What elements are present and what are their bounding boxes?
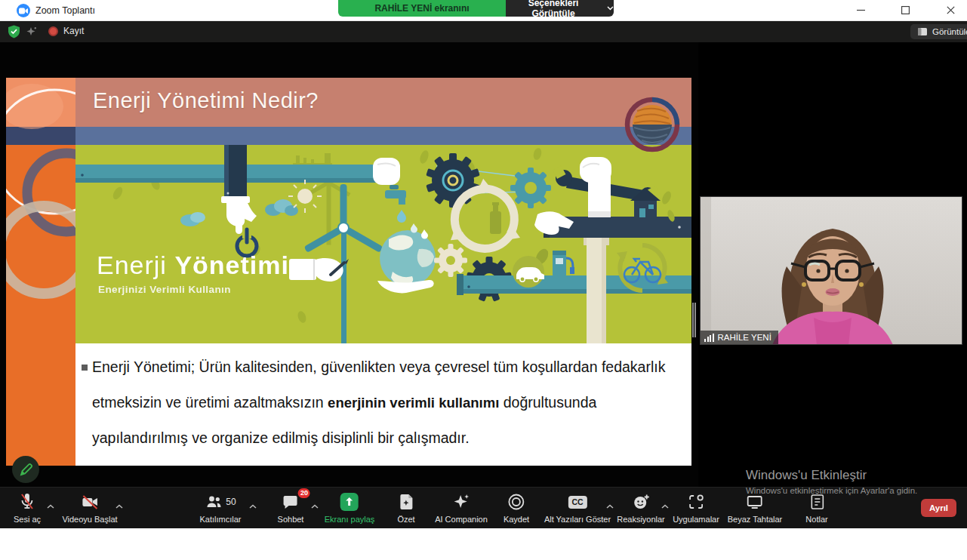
pencil-icon — [19, 463, 33, 477]
hero-title-light: Enerji — [97, 251, 174, 279]
participants-count: 50 — [226, 497, 236, 507]
participant-name: RAHİLE YENİ — [718, 333, 771, 342]
start-video-label: Videoyu Başlat — [62, 515, 117, 524]
reactions-label: Reaksiyonlar — [617, 515, 665, 524]
panel-resize-handle[interactable] — [692, 303, 696, 337]
chat-unread-badge: 20 — [298, 488, 310, 498]
ai-sparkle-icon[interactable] — [26, 26, 38, 41]
record-button[interactable]: Kaydet — [504, 492, 529, 524]
hero-title-bold: Yönetimi — [174, 251, 289, 279]
screen-share-banner: RAHİLE YENİ ekranını görüntülüyorsunuz — [338, 0, 506, 17]
notes-icon — [808, 493, 825, 511]
view-options-label: Seçenekleri Görüntüle — [506, 0, 601, 19]
participants-button[interactable]: 50 Katılımcılar — [199, 492, 241, 524]
notes-button[interactable]: Notlar — [805, 492, 827, 524]
summary-button[interactable]: Özet — [397, 492, 414, 524]
chat-button[interactable]: 20 Sohbet — [278, 492, 304, 524]
whiteboards-button[interactable]: Beyaz Tahtalar — [728, 492, 783, 524]
slide-hero-subtitle: Enerjinizi Verimli Kullanın — [98, 284, 231, 295]
chevron-down-icon — [607, 6, 614, 11]
close-icon — [947, 6, 955, 14]
meeting-content: Enerji Yönetimi Nedir? — [0, 42, 967, 487]
slide-blue-band — [75, 127, 691, 145]
shared-screen-stage: Enerji Yönetimi Nedir? — [0, 42, 698, 487]
window-title: Zoom Toplantı — [35, 5, 95, 16]
reactions-icon — [632, 493, 650, 511]
whiteboards-label: Beyaz Tahtalar — [728, 515, 783, 524]
layout-icon — [917, 27, 928, 36]
zoom-window: Zoom Toplantı RAHİLE YENİ ekranını görün… — [0, 0, 967, 528]
minimize-button[interactable] — [843, 0, 878, 20]
camera-off-icon — [80, 493, 100, 511]
ai-companion-icon — [452, 493, 470, 511]
ai-companion-button[interactable]: AI Companion — [435, 492, 488, 524]
slide-illustration-area: Enerji Yönetimi Enerjinizi Verimli Kulla… — [75, 145, 691, 343]
slide-hero-title: Enerji Yönetimi — [97, 251, 289, 280]
slide-left-sidebar — [6, 78, 75, 466]
view-options-button[interactable]: Seçenekleri Görüntüle — [506, 0, 614, 17]
security-shield-icon[interactable] — [8, 25, 20, 42]
whiteboard-icon — [746, 493, 764, 511]
zoom-logo-icon — [17, 4, 30, 17]
reactions-chevron[interactable] — [661, 498, 669, 512]
participants-icon — [205, 493, 223, 511]
record-label: Kaydet — [504, 515, 529, 524]
view-layout-button[interactable]: Görüntüle — [910, 24, 967, 39]
slide-body-text: Enerji Yönetimi; Ürün kalitesinden, güve… — [92, 349, 679, 456]
unmute-button[interactable]: Sesi aç — [14, 492, 41, 524]
apps-label: Uygulamalar — [673, 515, 719, 524]
summary-doc-icon — [398, 493, 414, 511]
meeting-info-bar: Kayıt Görüntüle — [0, 21, 967, 42]
slide-illustration — [75, 145, 691, 343]
bullet-square — [82, 365, 88, 371]
body-bold: enerjinin verimli kullanımı — [328, 395, 499, 411]
start-video-button[interactable]: Videoyu Başlat — [62, 492, 117, 524]
leave-button[interactable]: Ayrıl — [921, 499, 956, 517]
chat-icon — [282, 493, 300, 511]
participant-video-tile[interactable]: RAHİLE YENİ — [700, 196, 962, 345]
participants-chevron[interactable] — [249, 498, 257, 512]
window-titlebar: Zoom Toplantı RAHİLE YENİ ekranını görün… — [0, 0, 967, 21]
record-icon — [507, 493, 525, 511]
share-screen-button[interactable]: Ekranı paylaş — [325, 492, 375, 524]
maximize-button[interactable] — [888, 0, 922, 20]
screenshot-root: Zoom Toplantı RAHİLE YENİ ekranını görün… — [0, 0, 967, 560]
captions-label: Alt Yazıları Göster — [544, 515, 611, 524]
presentation-slide: Enerji Yönetimi Nedir? — [6, 78, 691, 466]
video-options-chevron[interactable] — [115, 498, 123, 512]
share-screen-label: Ekranı paylaş — [325, 515, 375, 524]
planet-artwork-icon — [622, 94, 682, 155]
summary-label: Özet — [397, 515, 414, 524]
sidebar-circle-decorations — [6, 78, 75, 466]
ai-companion-label: AI Companion — [435, 515, 488, 524]
record-dot-icon — [48, 26, 58, 36]
participant-portrait — [701, 197, 962, 345]
captions-chevron[interactable] — [606, 498, 614, 512]
chat-label: Sohbet — [278, 515, 304, 524]
recording-indicator[interactable]: Kayıt — [48, 26, 84, 36]
video-panel: RAHİLE YENİ — [698, 42, 967, 487]
maximize-icon — [901, 6, 910, 14]
close-button[interactable] — [933, 0, 967, 20]
audio-options-chevron[interactable] — [47, 498, 54, 512]
annotate-button[interactable] — [12, 456, 39, 483]
chat-chevron[interactable] — [311, 498, 319, 512]
unmute-label: Sesi aç — [14, 515, 41, 524]
recording-label: Kayıt — [63, 26, 84, 36]
apps-icon — [687, 493, 705, 511]
audio-level-icon — [704, 334, 714, 342]
reactions-button[interactable]: Reaksiyonlar — [617, 492, 665, 524]
slide-title-band: Enerji Yönetimi Nedir? — [75, 78, 691, 127]
participants-label: Katılımcılar — [199, 515, 241, 524]
slide-body-area: Enerji Yönetimi; Ürün kalitesinden, güve… — [75, 343, 691, 466]
share-screen-icon — [340, 493, 359, 511]
meeting-toolbar: Sesi aç Videoyu Başlat 50 Katılımcılar 2… — [0, 487, 967, 528]
notes-label: Notlar — [805, 515, 827, 524]
view-layout-label: Görüntüle — [932, 27, 967, 36]
apps-button[interactable]: Uygulamalar — [673, 492, 719, 524]
participant-name-tag: RAHİLE YENİ — [701, 331, 778, 344]
captions-button[interactable]: CC Alt Yazıları Göster — [544, 492, 611, 524]
cc-icon: CC — [568, 496, 587, 509]
minimize-icon — [857, 6, 865, 14]
slide-title: Enerji Yönetimi Nedir? — [93, 88, 319, 113]
